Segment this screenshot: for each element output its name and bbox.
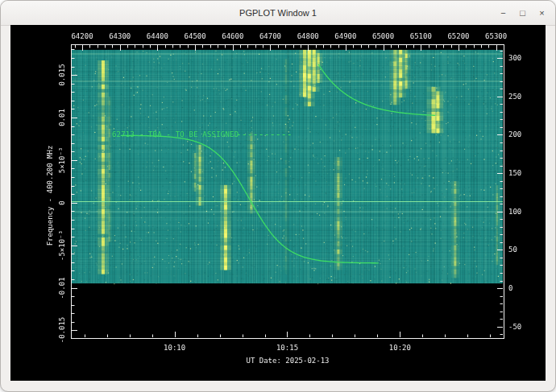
- titlebar[interactable]: PGPLOT Window 1 − □ ×: [1, 1, 555, 26]
- x-axis-title: UT Date: 2025-02-13: [247, 357, 330, 365]
- y-axis-title: Frequency - 400.200 MHz: [46, 146, 54, 246]
- minimize-icon[interactable]: −: [497, 7, 509, 19]
- plot-client-area: 6420064300644006450064600647006480064900…: [10, 25, 546, 381]
- window-controls: − □ ×: [497, 1, 548, 25]
- satellite-annotation: 62713 - TBA - TO BE ASSIGNED: [112, 130, 239, 138]
- close-icon[interactable]: ×: [536, 7, 548, 19]
- window-title: PGPLOT Window 1: [239, 8, 317, 18]
- spectrogram-canvas[interactable]: [10, 25, 546, 381]
- maximize-icon[interactable]: □: [517, 7, 529, 19]
- pgplot-window: PGPLOT Window 1 − □ × 642006430064400645…: [0, 0, 556, 392]
